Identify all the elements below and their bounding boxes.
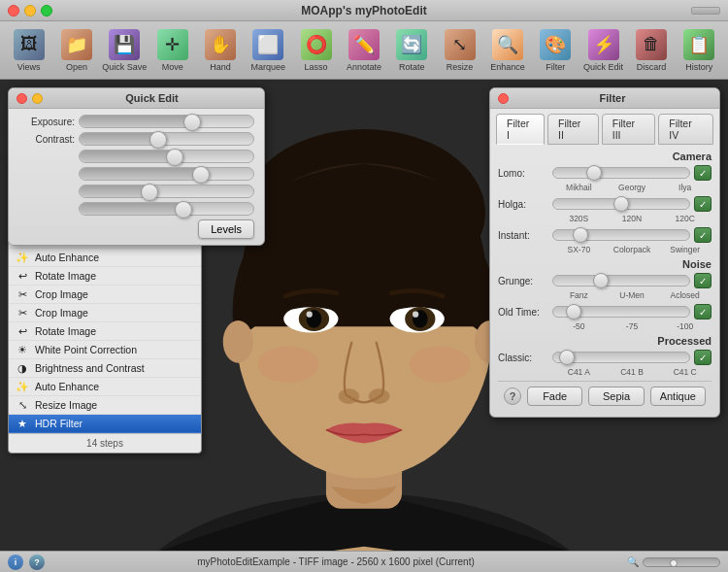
extra-slider-4[interactable] xyxy=(79,202,254,216)
svg-point-17 xyxy=(223,320,253,363)
history-item-label: Auto Enhance xyxy=(35,381,99,392)
tool-annotate[interactable]: ✏️Annotate xyxy=(341,25,386,76)
quick-edit-minimize[interactable] xyxy=(32,93,43,104)
history-item[interactable]: ✨Auto Enhance xyxy=(9,249,201,267)
tool-quicksave[interactable]: 💾Quick Save xyxy=(102,25,148,76)
tool-hand[interactable]: ✋Hand xyxy=(197,25,243,76)
quick-edit-close[interactable] xyxy=(17,93,27,104)
filter-slider-track[interactable] xyxy=(552,198,690,210)
filter-fade-button[interactable]: Fade xyxy=(527,387,582,406)
tool-views[interactable]: 🖼Views xyxy=(6,25,51,76)
maximize-button[interactable] xyxy=(41,5,52,17)
filter-slider-track[interactable] xyxy=(552,167,690,179)
filter-sublabels: -50-75-100 xyxy=(498,321,711,331)
filter-slider-row: Instant:✓ xyxy=(498,227,711,243)
filter-tab-filter-ii[interactable]: Filter II xyxy=(547,114,599,145)
exposure-slider[interactable] xyxy=(79,115,254,128)
tool-history[interactable]: 📋History xyxy=(677,25,722,76)
tool-marquee[interactable]: ⬜Marquee xyxy=(246,25,291,76)
help-icon[interactable]: ? xyxy=(29,555,45,570)
filter-tabs: Filter IFilter IIFilter IIIFilter IV xyxy=(490,109,719,145)
filter-sublabel-text: Aclosed xyxy=(658,290,711,300)
tool-lasso[interactable]: ⭕Lasso xyxy=(293,25,339,76)
history-icon: 📋 xyxy=(683,29,714,60)
history-item-label: Rotate Image xyxy=(35,270,96,282)
filter-close[interactable] xyxy=(498,93,509,104)
svg-point-13 xyxy=(338,388,359,404)
history-item[interactable]: ★HDR Filter xyxy=(9,415,201,433)
history-item-label: Auto Enhance xyxy=(35,252,99,263)
move-label: Move xyxy=(162,62,183,72)
quickedit-label: Quick Edit xyxy=(583,62,623,72)
history-item[interactable]: ✂Crop Image xyxy=(9,286,201,304)
filter-sublabel-text: C41 A xyxy=(552,367,606,377)
tool-enhance[interactable]: 🔍Enhance xyxy=(484,25,530,76)
filter-check[interactable]: ✓ xyxy=(694,273,711,288)
discard-icon: 🗑 xyxy=(636,29,667,60)
levels-button[interactable]: Levels xyxy=(198,219,254,239)
history-item[interactable]: ✂Crop Image xyxy=(9,304,201,322)
contrast-label: Contrast: xyxy=(18,134,75,145)
filter-sublabels: 320S120N120C xyxy=(498,214,711,223)
history-item[interactable]: ☀White Point Correction xyxy=(9,341,201,359)
filter-antique-button[interactable]: Antique xyxy=(650,387,706,406)
views-icon: 🖼 xyxy=(14,29,45,60)
hand-icon: ✋ xyxy=(205,29,236,60)
filter-slider-track[interactable] xyxy=(552,275,690,286)
filter-sublabel-text: -50 xyxy=(552,321,606,331)
filter-tab-filter-iv[interactable]: Filter IV xyxy=(658,114,713,145)
zoom-slider[interactable] xyxy=(643,557,720,567)
filter-check[interactable]: ✓ xyxy=(694,350,711,365)
history-item[interactable]: ✨Auto Enhance xyxy=(9,378,201,396)
contrast-slider[interactable] xyxy=(79,132,254,146)
filter-tab-filter-i[interactable]: Filter I xyxy=(496,114,545,145)
history-item-icon: ✨ xyxy=(15,380,30,393)
resize-icon: ⤡ xyxy=(445,29,476,60)
filter-section-0: Camera xyxy=(498,151,711,162)
info-icon[interactable]: i xyxy=(8,555,23,570)
filter-check[interactable]: ✓ xyxy=(694,196,711,212)
history-item-icon: ✨ xyxy=(15,251,30,264)
tool-resize[interactable]: ⤡Resize xyxy=(437,25,482,76)
extra-slider-3[interactable] xyxy=(79,185,254,198)
filter-tab-filter-iii[interactable]: Filter III xyxy=(602,114,656,145)
tool-move[interactable]: ✛Move xyxy=(149,25,195,76)
filter-slider-thumb xyxy=(613,196,629,212)
tool-open[interactable]: 📁Open xyxy=(53,25,99,76)
filter-sublabel-text: C41 C xyxy=(658,367,711,377)
filter-check[interactable]: ✓ xyxy=(694,304,711,320)
history-item-label: White Point Correction xyxy=(35,344,137,355)
tool-rotate[interactable]: 🔄Rotate xyxy=(389,25,435,76)
history-item-label: Brightness and Contrast xyxy=(35,362,145,374)
minimize-button[interactable] xyxy=(24,5,36,17)
tool-discard[interactable]: 🗑Discard xyxy=(628,25,674,76)
rotate-icon: 🔄 xyxy=(396,29,427,60)
title-bar-right xyxy=(691,7,720,15)
filter-slider-thumb xyxy=(559,350,575,365)
zoom-control: 🔍 xyxy=(627,556,720,567)
enhance-icon: 🔍 xyxy=(492,29,523,60)
filter-check[interactable]: ✓ xyxy=(694,227,711,243)
filter-slider-row: Holga:✓ xyxy=(498,196,711,212)
tool-quickedit[interactable]: ⚡Quick Edit xyxy=(580,25,626,76)
extra-slider-2[interactable] xyxy=(79,167,254,181)
filter-sublabel-text: -75 xyxy=(606,321,659,331)
svg-point-12 xyxy=(413,312,418,318)
close-button[interactable] xyxy=(8,5,19,17)
filter-sublabel-text: Georgy xyxy=(606,183,659,192)
history-item[interactable]: ↩Rotate Image xyxy=(9,267,201,286)
filter-check[interactable]: ✓ xyxy=(694,165,711,181)
history-item[interactable]: ⤡Resize Image xyxy=(9,396,201,415)
filter-slider-label: Old Time: xyxy=(498,307,548,318)
history-item[interactable]: ◑Brightness and Contrast xyxy=(9,359,201,378)
open-label: Open xyxy=(66,62,87,72)
filter-slider-track[interactable] xyxy=(552,229,690,241)
filter-slider-track[interactable] xyxy=(552,306,690,318)
filter-help-button[interactable]: ? xyxy=(504,387,521,405)
filter-sepia-button[interactable]: Sepia xyxy=(588,387,644,406)
tool-filter[interactable]: 🎨Filter xyxy=(533,25,579,76)
filter-slider-track[interactable] xyxy=(552,352,690,363)
history-item-icon: ✂ xyxy=(15,287,30,301)
history-item[interactable]: ↩Rotate Image xyxy=(9,322,201,341)
extra-slider-1[interactable] xyxy=(79,150,254,163)
